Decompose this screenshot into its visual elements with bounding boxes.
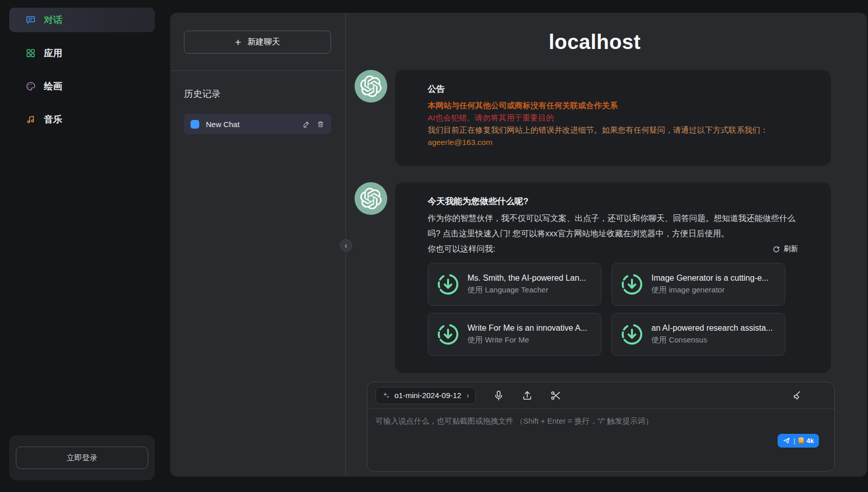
composer-body: | 4k bbox=[367, 409, 834, 471]
sparkle-icon bbox=[382, 391, 390, 400]
chat-area: localhost 公告 本网站与任何其他公司或商标没有任何关联或合作关系 AI… bbox=[346, 13, 867, 477]
edit-icon[interactable] bbox=[302, 120, 310, 128]
music-note-icon bbox=[26, 114, 36, 125]
token-coin-icon bbox=[799, 437, 804, 444]
sidebar-item-label: 应用 bbox=[44, 47, 62, 59]
sidebar-item-apps[interactable]: 应用 bbox=[9, 41, 155, 65]
microphone-button[interactable] bbox=[493, 390, 504, 401]
upload-icon bbox=[522, 390, 533, 401]
send-separator: | bbox=[793, 437, 795, 445]
sidebar-item-label: 音乐 bbox=[44, 113, 62, 126]
sidebar-item-music[interactable]: 音乐 bbox=[9, 107, 155, 132]
sidebar-item-chat[interactable]: 对话 bbox=[9, 8, 155, 32]
delete-icon[interactable] bbox=[317, 120, 324, 128]
scissors-button[interactable] bbox=[550, 390, 561, 401]
refresh-button[interactable]: 刷新 bbox=[772, 244, 798, 254]
chatgpt-logo-icon bbox=[360, 188, 382, 209]
chat-item-actions bbox=[302, 120, 324, 128]
contact-email-link[interactable]: ageerle@163.com bbox=[428, 136, 798, 149]
message-greeting: 今天我能为您做些什么呢? 作为你的智慧伙伴，我不仅可以写文案、出点子，还可以和你… bbox=[355, 182, 835, 373]
suggestion-card[interactable]: an AI-powered research assista... 使用 Con… bbox=[612, 313, 785, 356]
main-panel: + 新建聊天 历史记录 New Chat ‹ localhost bbox=[170, 13, 867, 477]
avatar bbox=[355, 182, 387, 215]
refresh-label: 刷新 bbox=[784, 244, 798, 254]
chevron-right-icon: › bbox=[466, 391, 469, 400]
suggestion-title: Ms. Smith, the AI-powered Lan... bbox=[467, 274, 586, 283]
clear-broom-button[interactable] bbox=[790, 390, 802, 401]
broom-icon bbox=[790, 390, 802, 401]
sidebar-item-label: 对话 bbox=[44, 14, 62, 26]
sidebar-item-label: 绘画 bbox=[44, 80, 62, 92]
announcement-heading: 公告 bbox=[428, 83, 798, 95]
ask-label: 你也可以这样问我: bbox=[428, 241, 495, 257]
upload-button[interactable] bbox=[522, 390, 533, 401]
arrow-down-circle-icon bbox=[436, 273, 460, 296]
refresh-icon bbox=[772, 245, 780, 253]
message-announcement: 公告 本网站与任何其他公司或商标没有任何关联或合作关系 AI也会犯错。请勿将其用… bbox=[355, 70, 835, 166]
history-heading: 历史记录 bbox=[184, 88, 331, 100]
arrow-down-circle-icon bbox=[436, 323, 460, 346]
plus-icon: + bbox=[235, 37, 241, 47]
announcement-line: AI也会犯错。请勿将其用于重要目的 bbox=[428, 112, 798, 124]
suggestion-title: an AI-powered research assista... bbox=[651, 324, 772, 333]
model-selector[interactable]: o1-mini-2024-09-12 › bbox=[376, 387, 476, 404]
palette-icon bbox=[26, 81, 36, 91]
paper-plane-icon bbox=[783, 437, 790, 445]
composer-toolbar: o1-mini-2024-09-12 › bbox=[367, 382, 834, 409]
divider bbox=[170, 70, 345, 71]
chat-history-panel: + 新建聊天 历史记录 New Chat bbox=[170, 13, 346, 477]
new-chat-label: 新建聊天 bbox=[247, 37, 280, 47]
microphone-icon bbox=[493, 390, 504, 401]
apps-grid-icon bbox=[26, 48, 36, 58]
arrow-down-circle-icon bbox=[620, 323, 644, 346]
sidebar-item-drawing[interactable]: 绘画 bbox=[9, 74, 155, 99]
announcement-line: 本网站与任何其他公司或商标没有任何关联或合作关系 bbox=[428, 100, 798, 112]
suggestion-subtitle: 使用 Write For Me bbox=[467, 335, 587, 345]
collapse-sidebar-button[interactable]: ‹ bbox=[340, 239, 352, 252]
avatar bbox=[355, 70, 387, 103]
suggestion-subtitle: 使用 image generator bbox=[651, 285, 768, 295]
chat-bubble-icon bbox=[26, 15, 36, 25]
suggestion-card[interactable]: Ms. Smith, the AI-powered Lan... 使用 Lang… bbox=[428, 263, 601, 306]
suggestion-subtitle: 使用 Language Teacher bbox=[467, 285, 586, 295]
new-chat-button[interactable]: + 新建聊天 bbox=[184, 31, 331, 54]
sidebar: 对话 应用 绘画 音乐 立即登录 bbox=[0, 0, 170, 492]
login-button[interactable]: 立即登录 bbox=[16, 447, 148, 469]
login-card: 立即登录 bbox=[9, 435, 155, 480]
chat-history-item[interactable]: New Chat bbox=[184, 114, 331, 134]
scissors-icon bbox=[550, 390, 561, 401]
greeting-heading: 今天我能为您做些什么呢? bbox=[428, 195, 798, 207]
chevron-left-icon: ‹ bbox=[345, 241, 347, 250]
page-title: localhost bbox=[355, 31, 835, 54]
composer: o1-mini-2024-09-12 › bbox=[367, 382, 835, 472]
model-name: o1-mini-2024-09-12 bbox=[394, 391, 461, 400]
suggestion-card[interactable]: Image Generator is a cutting-e... 使用 ima… bbox=[612, 263, 785, 306]
greeting-body: 作为你的智慧伙伴，我不仅可以写文案、出点子，还可以和你聊天、回答问题。想知道我还… bbox=[428, 211, 798, 241]
announcement-line: 我们目前正在修复我们网站上的错误并改进细节。如果您有任何疑问，请通过以下方式联系… bbox=[428, 124, 798, 136]
send-button[interactable]: | 4k bbox=[778, 434, 819, 448]
token-count-badge: 4k bbox=[807, 437, 814, 445]
chatgpt-logo-icon bbox=[360, 76, 382, 97]
message-bubble: 公告 本网站与任何其他公司或商标没有任何关联或合作关系 AI也会犯错。请勿将其用… bbox=[395, 70, 831, 166]
message-input[interactable] bbox=[367, 409, 834, 471]
suggestion-grid: Ms. Smith, the AI-powered Lan... 使用 Lang… bbox=[428, 263, 798, 356]
suggestion-card[interactable]: Write For Me is an innovative A... 使用 Wr… bbox=[428, 313, 601, 356]
suggestion-subtitle: 使用 Consensus bbox=[651, 335, 772, 345]
arrow-down-circle-icon bbox=[620, 273, 644, 296]
message-bubble: 今天我能为您做些什么呢? 作为你的智慧伙伴，我不仅可以写文案、出点子，还可以和你… bbox=[395, 182, 831, 373]
suggestion-title: Image Generator is a cutting-e... bbox=[651, 274, 768, 283]
suggestion-title: Write For Me is an innovative A... bbox=[467, 324, 587, 333]
chat-item-icon bbox=[191, 120, 199, 129]
chat-item-title: New Chat bbox=[206, 120, 296, 129]
